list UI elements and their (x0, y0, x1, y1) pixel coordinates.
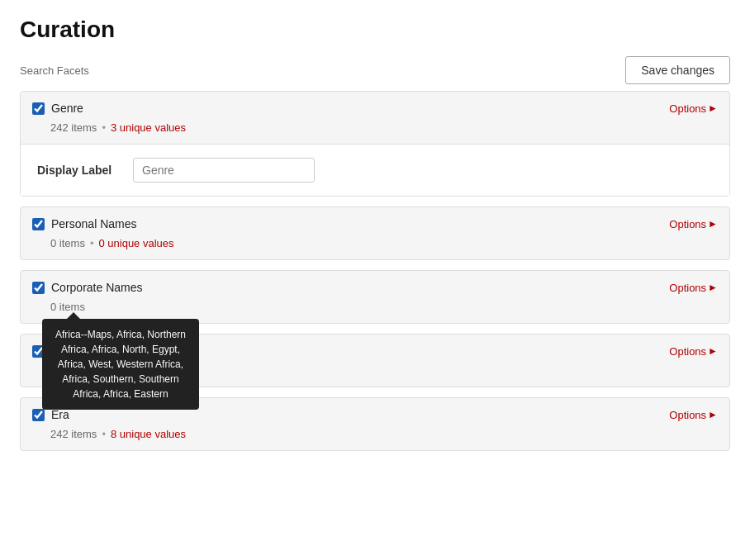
page-title: Curation (20, 17, 730, 43)
display-label-input[interactable] (133, 158, 315, 183)
display-label-text: Display Label (37, 164, 120, 177)
facet-personal-names-item-count: 0 items (50, 237, 85, 249)
tooltip-box: Africa--Maps, Africa, Northern Africa, A… (42, 319, 199, 410)
save-changes-button[interactable]: Save changes (625, 56, 730, 84)
facet-personal-names: Personal Names Options ► 0 items • 0 uni… (20, 206, 730, 260)
chevron-right-icon: ► (708, 345, 718, 357)
facet-personal-names-name: Personal Names (51, 217, 137, 230)
facet-era-name: Era (51, 408, 69, 421)
chevron-right-icon: ► (708, 282, 718, 293)
facet-corporate-names-options[interactable]: Options ► (669, 282, 718, 294)
search-facets-label: Search Facets (20, 64, 89, 77)
facet-genre: Genre Options ► 242 items • 3 unique val… (20, 91, 730, 197)
facet-era-checkbox[interactable] (32, 409, 45, 421)
facet-genre-checkbox[interactable] (32, 102, 45, 115)
chevron-right-icon: ► (708, 102, 718, 114)
bullet-separator: • (90, 237, 94, 249)
facet-personal-names-unique-values: 0 unique values (98, 237, 173, 249)
facet-genre-name: Genre (51, 102, 83, 115)
facet-corporate-names-item-count: 0 items (50, 301, 85, 313)
facet-corporate-names: Corporate Names Options ► 0 items Africa… (20, 270, 730, 324)
chevron-right-icon: ► (708, 409, 718, 420)
facet-corporate-names-checkbox[interactable] (32, 282, 45, 294)
facet-corporate-names-name: Corporate Names (51, 281, 143, 294)
chevron-right-icon: ► (708, 218, 718, 230)
facet-era-unique-values: 8 unique values (111, 428, 186, 440)
facet-geographic-options[interactable]: Options ► (669, 345, 718, 358)
facet-era-options[interactable]: Options ► (669, 409, 718, 421)
facet-genre-options[interactable]: Options ► (669, 102, 718, 115)
bullet-separator: • (102, 121, 106, 134)
facet-genre-item-count: 242 items (50, 121, 97, 134)
facet-personal-names-options[interactable]: Options ► (669, 218, 718, 230)
facet-era-item-count: 242 items (50, 428, 97, 440)
bullet-separator: • (102, 428, 106, 440)
facet-personal-names-checkbox[interactable] (32, 218, 45, 230)
facet-genre-unique-values: 3 unique values (111, 121, 186, 134)
